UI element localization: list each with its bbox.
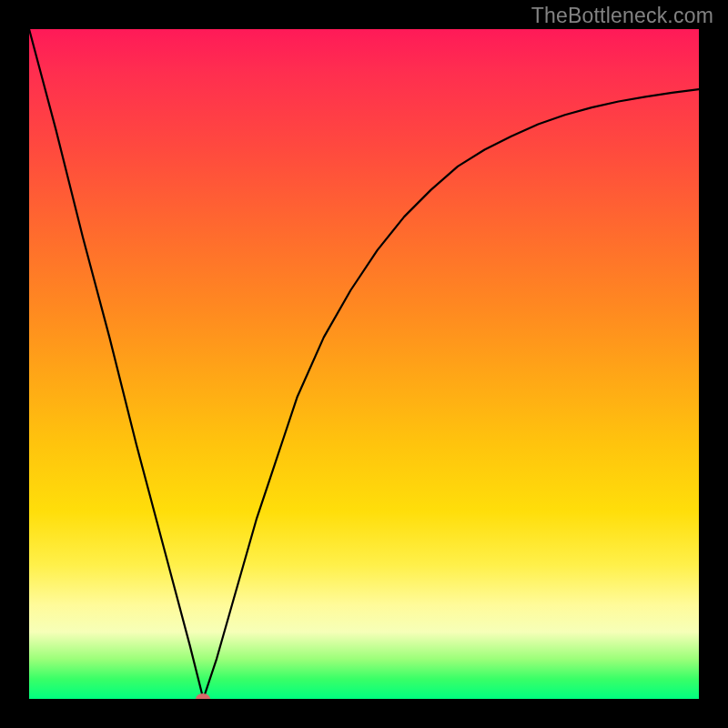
plot-area — [29, 29, 699, 699]
bottleneck-curve — [29, 29, 699, 699]
vertex-marker — [196, 693, 210, 699]
chart-frame: TheBottleneck.com — [0, 0, 728, 728]
curve-svg — [29, 29, 699, 699]
watermark-text: TheBottleneck.com — [531, 4, 713, 28]
